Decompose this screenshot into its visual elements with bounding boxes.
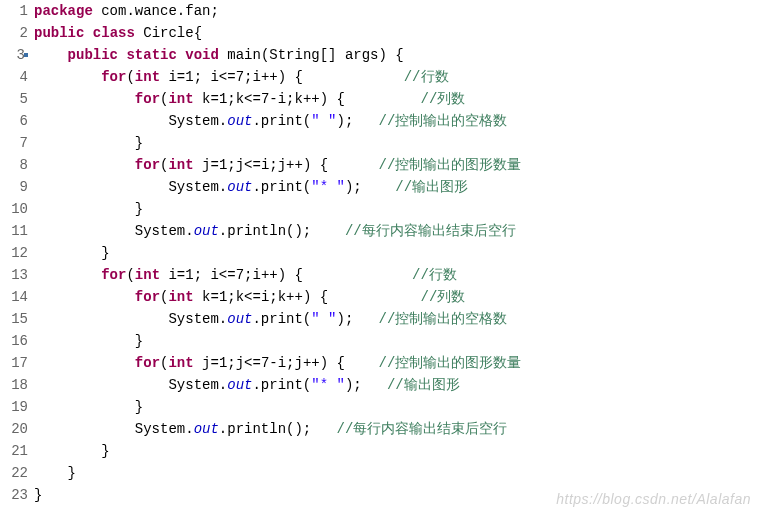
code-text: } xyxy=(34,396,761,418)
code-editor: 1package com.wance.fan;2public class Cir… xyxy=(0,0,761,506)
line-number: 6 xyxy=(0,110,34,132)
line-number: 11 xyxy=(0,220,34,242)
code-text: System.out.print(" "); //控制输出的空格数 xyxy=(34,110,761,132)
code-text: System.out.println(); //每行内容输出结束后空行 xyxy=(34,220,761,242)
code-line: 14 for(int k=1;k<=i;k++) { //列数 xyxy=(0,286,761,308)
line-number: 3 xyxy=(0,44,34,66)
code-text: } xyxy=(34,132,761,154)
code-text: for(int j=1;j<=7-i;j++) { //控制输出的图形数量 xyxy=(34,352,761,374)
code-text: for(int k=1;k<=7-i;k++) { //列数 xyxy=(34,88,761,110)
code-line: 13 for(int i=1; i<=7;i++) { //行数 xyxy=(0,264,761,286)
code-line: 21 } xyxy=(0,440,761,462)
code-line: 22 } xyxy=(0,462,761,484)
code-text: } xyxy=(34,198,761,220)
code-line: 10 } xyxy=(0,198,761,220)
line-number: 16 xyxy=(0,330,34,352)
watermark-text: https://blog.csdn.net/Alalafan xyxy=(556,491,751,507)
line-number: 19 xyxy=(0,396,34,418)
code-text: for(int k=1;k<=i;k++) { //列数 xyxy=(34,286,761,308)
code-line: 9 System.out.print("* "); //输出图形 xyxy=(0,176,761,198)
code-text: } xyxy=(34,462,761,484)
code-text: package com.wance.fan; xyxy=(34,0,761,22)
code-line: 19 } xyxy=(0,396,761,418)
code-line: 18 System.out.print("* "); //输出图形 xyxy=(0,374,761,396)
code-text: } xyxy=(34,242,761,264)
code-line: 16 } xyxy=(0,330,761,352)
code-text: } xyxy=(34,330,761,352)
line-number: 10 xyxy=(0,198,34,220)
code-line: 4 for(int i=1; i<=7;i++) { //行数 xyxy=(0,66,761,88)
line-number: 22 xyxy=(0,462,34,484)
line-number: 12 xyxy=(0,242,34,264)
code-text: System.out.print("* "); //输出图形 xyxy=(34,176,761,198)
line-number: 18 xyxy=(0,374,34,396)
line-number: 7 xyxy=(0,132,34,154)
code-text: } xyxy=(34,440,761,462)
line-number: 2 xyxy=(0,22,34,44)
code-text: public static void main(String[] args) { xyxy=(34,44,761,66)
code-line: 2public class Circle{ xyxy=(0,22,761,44)
code-line: 15 System.out.print(" "); //控制输出的空格数 xyxy=(0,308,761,330)
code-text: System.out.print("* "); //输出图形 xyxy=(34,374,761,396)
code-line: 6 System.out.print(" "); //控制输出的空格数 xyxy=(0,110,761,132)
code-text: for(int j=1;j<=i;j++) { //控制输出的图形数量 xyxy=(34,154,761,176)
code-line: 5 for(int k=1;k<=7-i;k++) { //列数 xyxy=(0,88,761,110)
code-line: 11 System.out.println(); //每行内容输出结束后空行 xyxy=(0,220,761,242)
line-number: 5 xyxy=(0,88,34,110)
code-text: System.out.println(); //每行内容输出结束后空行 xyxy=(34,418,761,440)
code-line: 20 System.out.println(); //每行内容输出结束后空行 xyxy=(0,418,761,440)
line-number: 14 xyxy=(0,286,34,308)
code-text: System.out.print(" "); //控制输出的空格数 xyxy=(34,308,761,330)
line-number: 9 xyxy=(0,176,34,198)
code-line: 12 } xyxy=(0,242,761,264)
code-line: 3 public static void main(String[] args)… xyxy=(0,44,761,66)
line-number: 20 xyxy=(0,418,34,440)
line-number: 4 xyxy=(0,66,34,88)
line-number: 15 xyxy=(0,308,34,330)
line-number: 17 xyxy=(0,352,34,374)
line-number: 1 xyxy=(0,0,34,22)
code-text: public class Circle{ xyxy=(34,22,761,44)
code-line: 1package com.wance.fan; xyxy=(0,0,761,22)
code-text: for(int i=1; i<=7;i++) { //行数 xyxy=(34,264,761,286)
line-number: 23 xyxy=(0,484,34,506)
line-number: 21 xyxy=(0,440,34,462)
code-line: 8 for(int j=1;j<=i;j++) { //控制输出的图形数量 xyxy=(0,154,761,176)
code-text: for(int i=1; i<=7;i++) { //行数 xyxy=(34,66,761,88)
line-number: 8 xyxy=(0,154,34,176)
line-number: 13 xyxy=(0,264,34,286)
code-line: 7 } xyxy=(0,132,761,154)
code-line: 17 for(int j=1;j<=7-i;j++) { //控制输出的图形数量 xyxy=(0,352,761,374)
